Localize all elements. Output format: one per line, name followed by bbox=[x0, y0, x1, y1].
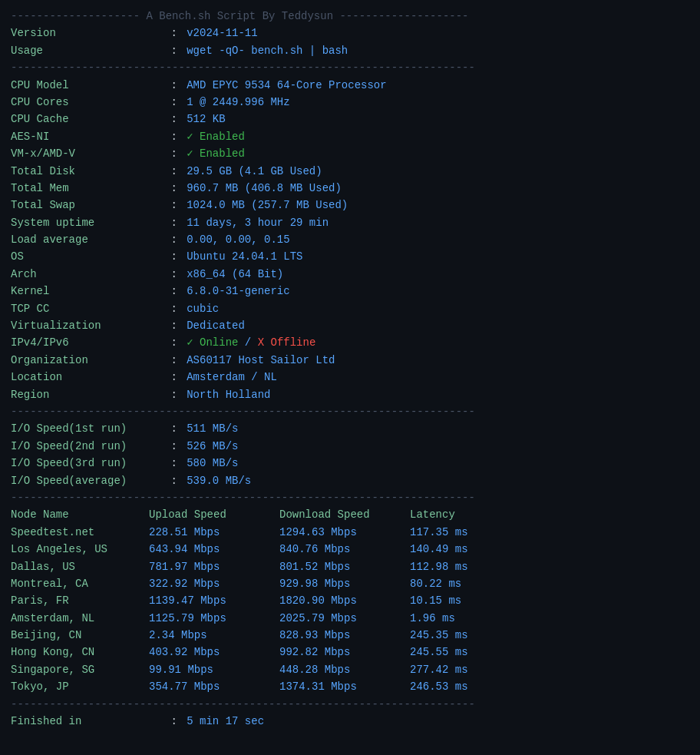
network-row: Amsterdam, NL 1125.79 Mbps 2025.79 Mbps … bbox=[11, 610, 689, 627]
network-separator: ----------------------------------------… bbox=[11, 696, 689, 713]
terminal-output: -------------------- A Bench.sh Script B… bbox=[11, 8, 689, 730]
virtualization-line: Virtualization : Dedicated bbox=[11, 317, 689, 334]
io-avg-line: I/O Speed(average) : 539.0 MB/s bbox=[11, 472, 689, 489]
arch-line: Arch : x86_64 (64 Bit) bbox=[11, 266, 689, 283]
os-line: OS : Ubuntu 24.04.1 LTS bbox=[11, 248, 689, 265]
total-mem-line: Total Mem : 960.7 MB (406.8 MB Used) bbox=[11, 180, 689, 197]
network-row: Paris, FR 1139.47 Mbps 1820.90 Mbps 10.1… bbox=[11, 592, 689, 609]
header-separator-bottom: ----------------------------------------… bbox=[11, 59, 689, 76]
header-separator: -------------------- A Bench.sh Script B… bbox=[11, 8, 689, 25]
version-line: Version : v2024-11-11 bbox=[11, 25, 689, 41]
network-row: Dallas, US 781.97 Mbps 801.52 Mbps 112.9… bbox=[11, 558, 689, 575]
network-table-header: Node Name Upload Speed Download Speed La… bbox=[11, 506, 689, 523]
network-row: Singapore, SG 99.91 Mbps 448.28 Mbps 277… bbox=[11, 661, 689, 678]
network-row: Montreal, CA 322.92 Mbps 929.98 Mbps 80.… bbox=[11, 575, 689, 592]
cpu-cache-line: CPU Cache : 512 KB bbox=[11, 111, 689, 127]
system-separator: ----------------------------------------… bbox=[11, 403, 689, 420]
load-line: Load average : 0.00, 0.00, 0.15 bbox=[11, 231, 689, 248]
region-line: Region : North Holland bbox=[11, 386, 689, 403]
io-separator: ----------------------------------------… bbox=[11, 489, 689, 506]
network-row: Beijing, CN 2.34 Mbps 828.93 Mbps 245.35… bbox=[11, 627, 689, 644]
total-disk-line: Total Disk : 29.5 GB (4.1 GB Used) bbox=[11, 163, 689, 180]
aes-ni-line: AES-NI : ✓ Enabled bbox=[11, 128, 689, 145]
usage-line: Usage : wget -qO- bench.sh | bash bbox=[11, 42, 689, 59]
kernel-line: Kernel : 6.8.0-31-generic bbox=[11, 283, 689, 300]
network-row: Hong Kong, CN 403.92 Mbps 992.82 Mbps 24… bbox=[11, 644, 689, 661]
uptime-line: System uptime : 11 days, 3 hour 29 min bbox=[11, 214, 689, 231]
vm-amd-line: VM-x/AMD-V : ✓ Enabled bbox=[11, 145, 689, 162]
cpu-model-line: CPU Model : AMD EPYC 9534 64-Core Proces… bbox=[11, 77, 689, 94]
org-line: Organization : AS60117 Host Sailor Ltd bbox=[11, 352, 689, 369]
io-run1-line: I/O Speed(1st run) : 511 MB/s bbox=[11, 420, 689, 437]
network-row: Los Angeles, US 643.94 Mbps 840.76 Mbps … bbox=[11, 541, 689, 558]
network-row: Tokyo, JP 354.77 Mbps 1374.31 Mbps 246.5… bbox=[11, 678, 689, 695]
tcp-cc-line: TCP CC : cubic bbox=[11, 300, 689, 317]
cpu-cores-line: CPU Cores : 1 @ 2449.996 MHz bbox=[11, 94, 689, 111]
io-run3-line: I/O Speed(3rd run) : 580 MB/s bbox=[11, 455, 689, 472]
location-line: Location : Amsterdam / NL bbox=[11, 369, 689, 386]
total-swap-line: Total Swap : 1024.0 MB (257.7 MB Used) bbox=[11, 197, 689, 214]
io-run2-line: I/O Speed(2nd run) : 526 MB/s bbox=[11, 438, 689, 455]
finished-line: Finished in : 5 min 17 sec bbox=[11, 713, 689, 730]
ipv4-line: IPv4/IPv6 : ✓ Online / X Offline bbox=[11, 334, 689, 351]
network-row: Speedtest.net 228.51 Mbps 1294.63 Mbps 1… bbox=[11, 524, 689, 541]
